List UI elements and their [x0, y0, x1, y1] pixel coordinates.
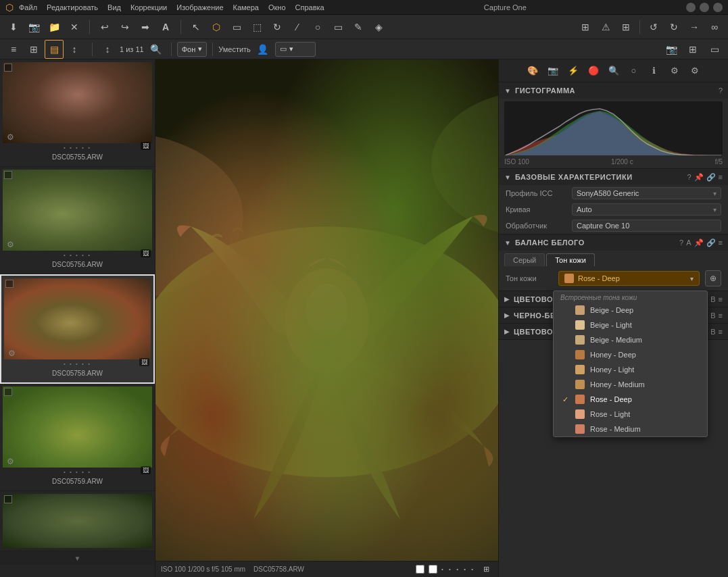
folder-button[interactable]: 📁 — [45, 18, 64, 36]
grid-view-button[interactable]: ⊞ — [24, 40, 43, 59]
rp-tab-settings[interactable]: ⚙ — [666, 62, 683, 80]
forward-button[interactable]: ➡ — [136, 18, 155, 36]
rp-tab-capture[interactable]: 📷 — [544, 62, 562, 80]
item1-checkbox[interactable] — [4, 64, 12, 72]
crop-tool[interactable]: ▭ — [227, 18, 246, 36]
menu-view[interactable]: Вид — [107, 3, 121, 11]
dd-item-honey-light[interactable]: Honey - Light — [554, 362, 707, 377]
maximize-button[interactable]: □ — [700, 3, 709, 12]
dd-item-rose-medium[interactable]: Rose - Medium — [554, 422, 707, 436]
base-chars-question-icon[interactable]: ? — [687, 173, 691, 182]
base-chars-link-icon[interactable]: 🔗 — [706, 173, 716, 182]
skin-tone-select[interactable]: Rose - Deep ▾ — [558, 271, 700, 286]
filmstrip-item-5[interactable] — [0, 491, 155, 551]
wb-header[interactable]: ▼ БАЛАНС БЕЛОГО ? A 📌 🔗 ≡ — [499, 234, 728, 251]
search-button[interactable]: 🔍 — [147, 40, 166, 59]
menu-camera[interactable]: Камера — [233, 3, 259, 11]
dd-item-honey-deep[interactable]: Honey - Deep — [554, 347, 707, 362]
wb-question-icon[interactable]: ? — [679, 239, 683, 247]
wb-pin-icon[interactable]: 📌 — [694, 239, 704, 247]
filmstrip-item-1[interactable]: ⚙ 🖼 • • • • • DSC05755.ARW — [0, 59, 155, 167]
icc-select[interactable]: SonyA580 Generic ▾ — [572, 187, 721, 199]
rp-tab-info[interactable]: ℹ — [646, 62, 663, 80]
sync-button[interactable]: ↻ — [664, 18, 683, 36]
zoom-select[interactable]: ▭ ▾ — [275, 42, 316, 57]
base-chars-pin-icon[interactable]: 📌 — [694, 173, 704, 182]
import-button[interactable]: ⬇ — [4, 18, 23, 36]
dd-item-honey-medium[interactable]: Honey - Medium — [554, 377, 707, 392]
processor-value-display: Capture One 10 — [572, 220, 721, 232]
dd-item-rose-deep[interactable]: ✓ Rose - Deep — [554, 392, 707, 407]
item4-checkbox[interactable] — [4, 388, 12, 396]
line-tool[interactable]: ∕ — [288, 18, 307, 36]
arrow-button[interactable]: → — [685, 18, 704, 36]
wb-link-icon[interactable]: 🔗 — [706, 239, 716, 247]
viewer-grid-button[interactable]: ⊞ — [479, 563, 493, 576]
menu-image[interactable]: Изображение — [176, 3, 223, 11]
rp-tab-more[interactable]: ⚙ — [686, 62, 704, 80]
wb-tab-skin[interactable]: Тон кожи — [546, 253, 595, 266]
capture-button[interactable]: 📷 — [662, 40, 681, 59]
more-button[interactable]: ∞ — [705, 18, 724, 36]
straighten-tool[interactable]: ↻ — [268, 18, 287, 36]
view3-button[interactable]: ▭ — [705, 40, 724, 59]
rp-tab-lens[interactable]: ○ — [625, 62, 643, 80]
histogram-question-icon[interactable]: ? — [719, 86, 723, 95]
rp-tab-adjust[interactable]: ⚡ — [564, 62, 582, 80]
item3-checkbox[interactable] — [5, 280, 14, 288]
viewer-checkbox1[interactable] — [416, 565, 424, 574]
refresh-button[interactable]: ↺ — [644, 18, 663, 36]
stamp-tool[interactable]: ◈ — [369, 18, 388, 36]
rect-tool[interactable]: ▭ — [329, 18, 347, 36]
compare-view-button[interactable]: ↕ — [65, 40, 84, 59]
delete-button[interactable]: ✕ — [65, 18, 84, 36]
filmstrip-button[interactable]: ▤ — [45, 40, 64, 59]
base-chars-menu-icon[interactable]: ≡ — [719, 173, 723, 182]
viewer-checkbox2[interactable] — [429, 565, 437, 574]
undo-button[interactable]: ↩ — [95, 18, 114, 36]
rp-tab-image[interactable]: 🎨 — [524, 62, 541, 80]
wb-text-icon[interactable]: A — [686, 239, 691, 247]
dd-item-beige-medium[interactable]: Beige - Medium — [554, 332, 707, 347]
close-button[interactable]: ✕ — [713, 3, 723, 12]
base-chars-header[interactable]: ▼ БАЗОВЫЕ ХАРАКТЕРИСТИКИ ? 📌 🔗 ≡ — [499, 169, 728, 185]
rotate-tool[interactable]: ⬚ — [247, 18, 266, 36]
item5-checkbox[interactable] — [4, 495, 12, 503]
menu-file[interactable]: Файл — [19, 3, 37, 11]
filmstrip-scroll-down[interactable]: ▼ — [0, 551, 155, 565]
menu-window[interactable]: Окно — [268, 3, 286, 11]
layer-select[interactable]: Фон ▾ — [177, 42, 208, 57]
minimize-button[interactable]: ─ — [686, 3, 696, 12]
dd-item-rose-light[interactable]: Rose - Light — [554, 407, 707, 422]
menu-edit[interactable]: Редактировать — [47, 3, 98, 11]
eyedropper-button[interactable]: ⊕ — [705, 270, 721, 286]
rp-tab-color[interactable]: 🔴 — [585, 62, 602, 80]
curve-select[interactable]: Auto ▾ — [572, 203, 721, 216]
preset-button[interactable]: ⊞ — [683, 40, 702, 59]
warning-button[interactable]: ⚠ — [596, 18, 615, 36]
filmstrip-item-3[interactable]: ⚙ 🖼 • • • • • DSC05758.ARW — [0, 274, 155, 384]
dd-item-beige-deep[interactable]: Beige - Deep — [554, 303, 707, 318]
filmstrip-item-4[interactable]: ⚙ 🖼 • • • • • DSC05759.ARW — [0, 384, 155, 491]
compare-button[interactable]: ⊞ — [576, 18, 595, 36]
list-view-button[interactable]: ≡ — [4, 40, 23, 59]
menu-corrections[interactable]: Коррекции — [130, 3, 167, 11]
select-tool[interactable]: ⬡ — [207, 18, 226, 36]
redo-button[interactable]: ↪ — [116, 18, 135, 36]
camera-button[interactable]: 📷 — [24, 18, 43, 36]
grid-button[interactable]: ⊞ — [616, 18, 635, 36]
rp-tab-detail[interactable]: 🔍 — [605, 62, 623, 80]
circle-tool[interactable]: ○ — [308, 18, 327, 36]
person-button[interactable]: 👤 — [253, 40, 272, 59]
dd-item-beige-light[interactable]: Beige - Light — [554, 318, 707, 332]
text-button[interactable]: A — [156, 18, 175, 36]
pen-tool[interactable]: ✎ — [349, 18, 368, 36]
menu-help[interactable]: Справка — [295, 3, 324, 11]
cursor-tool[interactable]: ↖ — [187, 18, 205, 36]
wb-menu-icon[interactable]: ≡ — [719, 239, 723, 247]
sort-button[interactable]: ↕ — [98, 40, 117, 59]
item2-checkbox[interactable] — [4, 171, 12, 179]
filmstrip-item-2[interactable]: ⚙ 🖼 • • • • • DSC05756.ARW — [0, 167, 155, 274]
wb-tab-gray[interactable]: Серый — [504, 253, 545, 266]
histogram-header[interactable]: ▼ ГИСТОГРАММА ? — [499, 82, 728, 99]
